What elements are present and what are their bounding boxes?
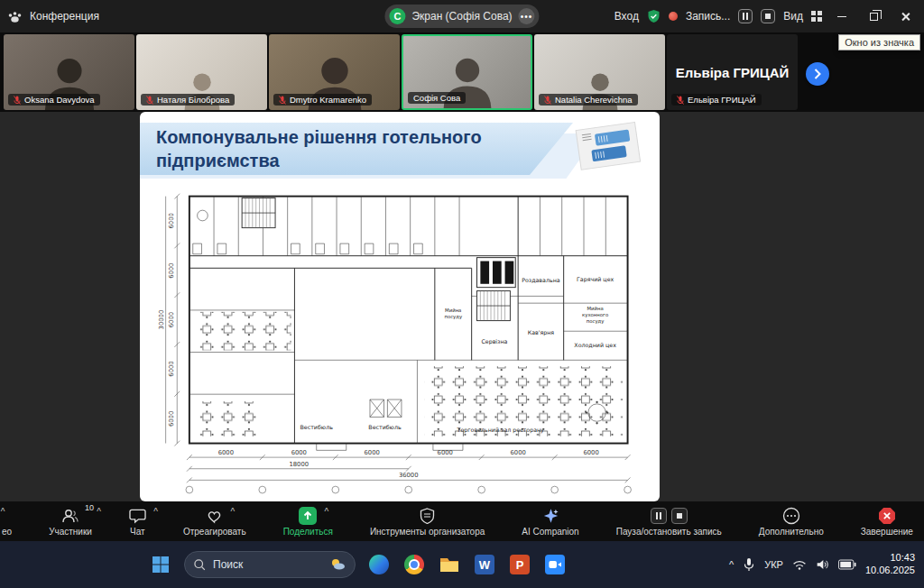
- chevron-up-icon[interactable]: ^: [97, 507, 101, 517]
- room-label-trade-hall: Торговельний зал ресторану: [457, 427, 545, 434]
- participant-name: Софія Сова: [413, 93, 460, 103]
- share-options-icon[interactable]: •••: [519, 8, 535, 24]
- toolbar-record-controls[interactable]: Пауза/остановить запись: [616, 507, 722, 537]
- word-icon[interactable]: W: [473, 553, 496, 576]
- participant-name: Наталя Білоброва: [157, 95, 229, 105]
- chevron-up-icon[interactable]: ^: [153, 507, 158, 517]
- tray-chevron[interactable]: ^: [729, 559, 734, 570]
- toolbar-video-partial[interactable]: ^ ео: [2, 507, 12, 537]
- pause-record-button[interactable]: [651, 508, 667, 524]
- room-label-vestibule-1: Вестибюль: [300, 424, 334, 430]
- dim-6000: 6000: [168, 213, 175, 228]
- view-button[interactable]: Вид: [783, 10, 803, 23]
- mic-muted-icon: [279, 96, 286, 105]
- participant-tile-video-off[interactable]: Ельвіра ГРИЦАЙ Ельвіра ГРИЦАЙ: [667, 34, 798, 110]
- participant-name: Ельвіра ГРИЦАЙ: [688, 95, 756, 105]
- titlebar: Конференция C Экран (Софія Сова) ••• Вхо…: [0, 0, 924, 32]
- name-tag: Ельвіра ГРИЦАЙ: [671, 94, 762, 106]
- dim-6000: 6000: [365, 449, 380, 456]
- stop-recording-button[interactable]: [761, 9, 775, 23]
- tray-date: 10.06.2025: [865, 565, 915, 577]
- end-call-icon: [878, 507, 896, 525]
- participant-tile-active-speaker[interactable]: Софія Сова: [402, 34, 532, 110]
- windows-start-button[interactable]: [149, 553, 172, 576]
- recording-status: Запись...: [686, 10, 730, 23]
- taskbar-search[interactable]: Поиск: [184, 551, 356, 578]
- slide-corner-illustration: [566, 121, 649, 173]
- signin-button[interactable]: Вход: [614, 10, 639, 23]
- participant-tile[interactable]: Dmytro Kramarenko: [269, 34, 400, 110]
- toolbar-share[interactable]: ^ Поделиться: [283, 507, 333, 537]
- toolbar-react[interactable]: ^ Отреагировать: [183, 507, 246, 537]
- windows-taskbar: Поиск W P ^ УКР 10:43 10.06.2025: [0, 541, 924, 588]
- conference-menu[interactable]: Конференция: [7, 10, 99, 23]
- name-tag: Софія Сова: [408, 92, 466, 104]
- toolbar-ai-companion[interactable]: AI Companion: [522, 507, 578, 537]
- toolbar-more[interactable]: Дополнительно: [759, 507, 824, 537]
- room-label-wash-3: посуду: [587, 318, 605, 325]
- participant-tile[interactable]: Наталя Білоброва: [136, 34, 267, 110]
- toolbar-participants[interactable]: 10 ^ Участники: [49, 507, 92, 537]
- pause-recording-button[interactable]: [738, 9, 753, 23]
- chevron-up-icon[interactable]: ^: [325, 507, 329, 517]
- shield-check-icon[interactable]: [647, 9, 661, 23]
- chevron-up-icon[interactable]: ^: [1, 507, 5, 517]
- slide-title: Компонувальне рішення готельного підприє…: [156, 125, 544, 172]
- participants-icon: [61, 508, 79, 524]
- room-label-serving: Роздавальна: [522, 277, 560, 283]
- zoom-app-icon[interactable]: [543, 553, 567, 576]
- title-banner: Компонувальне рішення готельного підприє…: [140, 123, 573, 175]
- paw-icon: [7, 10, 23, 23]
- chevron-up-icon[interactable]: ^: [231, 507, 236, 517]
- mic-tray-icon[interactable]: [743, 557, 755, 572]
- chrome-icon[interactable]: [402, 553, 426, 576]
- stop-record-button[interactable]: [671, 508, 688, 524]
- active-share-pill[interactable]: C Экран (Софія Сова) •••: [384, 5, 539, 28]
- language-indicator[interactable]: УКР: [764, 559, 783, 570]
- host-tools-shield-icon: [420, 508, 435, 524]
- share-avatar: C: [389, 8, 405, 24]
- toolbar-end-meeting[interactable]: Завершение: [861, 507, 913, 537]
- next-participants-button[interactable]: [806, 62, 829, 86]
- room-label-vestibule-2: Вестибюль: [368, 424, 402, 430]
- chat-icon: [129, 508, 146, 524]
- explorer-icon[interactable]: [438, 553, 461, 576]
- dim-18000: 18000: [289, 461, 309, 468]
- name-tag: Dmytro Kramarenko: [273, 94, 372, 106]
- maximize-button[interactable]: [862, 5, 885, 27]
- battery-icon[interactable]: [838, 559, 856, 570]
- powerpoint-icon[interactable]: P: [508, 553, 531, 576]
- clock[interactable]: 10:43 10.06.2025: [865, 552, 915, 577]
- dim-30000: 30000: [158, 310, 165, 330]
- minimize-button[interactable]: [830, 5, 854, 27]
- weather-icon: [328, 557, 346, 572]
- participant-name: Natalia Cherevichna: [555, 95, 633, 105]
- room-label-wash-small-1: Мийна: [445, 308, 461, 313]
- search-icon: [193, 558, 206, 571]
- name-tag: Наталя Білоброва: [141, 94, 235, 106]
- participant-tile[interactable]: Oksana Davydova: [4, 34, 134, 110]
- room-label-servizna: Сервізна: [481, 338, 507, 345]
- meeting-toolbar: ^ ео 10 ^ Участники ^ Чат ^ Отреагироват…: [0, 501, 924, 541]
- participant-name: Dmytro Kramarenko: [290, 95, 366, 105]
- ai-sparkle-icon: [542, 508, 559, 524]
- mic-muted-icon: [14, 96, 21, 105]
- toolbar-chat[interactable]: ^ Чат: [129, 507, 146, 537]
- view-grid-icon[interactable]: [811, 11, 822, 22]
- close-button[interactable]: [893, 5, 917, 27]
- dim-6000: 6000: [168, 361, 175, 376]
- mic-muted-icon: [677, 96, 684, 105]
- wifi-icon[interactable]: [792, 559, 807, 571]
- edge-icon[interactable]: [367, 553, 391, 576]
- zoom-window: Конференция C Экран (Софія Сова) ••• Вхо…: [0, 0, 924, 588]
- dim-6000: 6000: [510, 449, 525, 456]
- dim-6000: 6000: [168, 263, 175, 279]
- search-placeholder: Поиск: [213, 558, 243, 571]
- room-label-hot-shop: Гарячий цех: [577, 276, 614, 283]
- toolbar-host-tools[interactable]: Инструменты организатора: [370, 507, 485, 537]
- participant-tile[interactable]: Natalia Cherevichna: [534, 34, 665, 110]
- shared-screen-area: Компонувальне рішення готельного підприє…: [0, 112, 924, 501]
- volume-icon[interactable]: [816, 558, 829, 571]
- name-tag: Oksana Davydova: [8, 94, 100, 106]
- record-dot-icon: [669, 12, 678, 21]
